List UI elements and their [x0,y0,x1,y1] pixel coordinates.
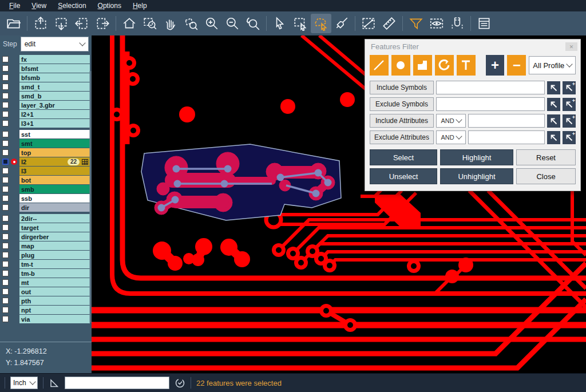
layer-name[interactable]: npt [19,306,90,314]
layer-name[interactable]: tm-t [19,260,90,268]
pick-attribute-button[interactable] [547,114,560,128]
layer-visibility-checkbox[interactable] [2,270,9,276]
layer-name[interactable]: mt [19,278,90,287]
layer-name[interactable]: plug [19,251,90,259]
remove-filter-button[interactable]: − [507,55,526,76]
layer-row-dirgerber[interactable]: dirgerber [1,232,90,241]
tool-pan-left[interactable] [72,14,92,33]
unhighlight-button[interactable]: Unhighlight [440,168,513,184]
layer-row-smb[interactable]: smb [1,185,90,193]
layer-name[interactable]: smb [19,185,90,193]
menu-options[interactable]: Options [92,0,127,11]
tool-layers-panel[interactable] [474,14,494,33]
layer-row-top[interactable]: top [1,148,90,157]
layer-row-plug[interactable]: plug [1,251,90,259]
layer-name[interactable]: via [19,315,90,323]
layer-row-mt[interactable]: mt [1,278,90,287]
layer-name[interactable]: bfsmt [19,64,90,73]
layer-row-layer_3.gbr[interactable]: layer_3.gbr [1,101,90,109]
layer-name[interactable]: ssb [19,194,90,203]
layer-visibility-checkbox[interactable] [2,149,9,156]
select-button[interactable]: Select [370,149,437,165]
highlight-button[interactable]: Highlight [440,149,513,165]
layer-row-via[interactable]: via [1,315,90,323]
layer-visibility-checkbox[interactable] [2,204,9,211]
layer-visibility-checkbox[interactable] [2,252,9,258]
layer-row-target[interactable]: target [1,223,90,232]
filter-arc-button[interactable] [435,55,454,76]
include-attributes-button[interactable]: Include Attributes [370,114,434,128]
include-symbols-input[interactable] [436,81,545,94]
layer-row-out[interactable]: out [1,287,90,296]
menu-file[interactable]: File [3,0,26,11]
layer-row-smd_b[interactable]: smd_b [1,92,90,100]
exclude-attributes-logic-select[interactable]: AND [436,130,466,144]
tool-features-filter[interactable] [406,14,426,33]
layer-row-smt[interactable]: smt [1,139,90,148]
layer-name[interactable]: smd_b [19,92,90,100]
layer-row-l2[interactable]: l222 [1,157,90,166]
tool-pan-down[interactable] [51,14,72,33]
layer-row-dir[interactable]: dir [1,203,90,212]
layer-row-fx[interactable]: fx [1,55,90,64]
layer-visibility-checkbox[interactable] [2,195,9,201]
layer-visibility-checkbox[interactable] [2,84,9,90]
layer-row-sst[interactable]: sst [1,130,90,138]
layer-visibility-checkbox[interactable] [2,120,9,126]
profile-select[interactable]: All Profile [529,56,576,74]
layer-visibility-checkbox[interactable] [2,74,9,81]
layer-visibility-checkbox[interactable] [2,279,9,286]
layer-row-tm-b[interactable]: tm-b [1,269,90,278]
pick-add-attribute-button[interactable]: + [563,131,576,144]
exclude-symbols-button[interactable]: Exclude Symbols [370,97,434,111]
layer-name[interactable]: l3 [19,167,90,175]
exclude-attributes-input[interactable] [468,130,545,144]
tool-measure-ruler[interactable] [379,14,399,33]
filter-text-button[interactable] [457,55,476,76]
layer-name[interactable]: tm-b [19,269,90,278]
pick-symbol-button[interactable] [547,81,560,94]
menu-view[interactable]: View [26,0,52,11]
pick-attribute-button[interactable] [547,131,560,144]
layer-visibility-checkbox[interactable] [2,111,9,117]
tool-snap-magnet[interactable] [447,14,468,33]
layer-active-gutter[interactable] [9,159,19,165]
step-select[interactable]: edit [21,37,89,52]
pick-add-attribute-button[interactable]: + [563,114,576,128]
tool-zoom-previous[interactable] [243,14,263,33]
layer-row-map[interactable]: map [1,241,90,250]
tool-pan-up[interactable] [30,14,51,33]
sync-icon[interactable] [175,378,185,389]
layer-visibility-checkbox[interactable] [2,298,9,304]
tool-home-view[interactable] [119,14,140,33]
filter-line-button[interactable] [370,55,389,76]
layer-name[interactable]: pth [19,296,90,305]
pick-add-symbol-button[interactable]: + [563,81,576,94]
units-select[interactable]: Inch [10,377,38,389]
tool-zoom-out[interactable] [222,14,243,33]
include-attributes-input[interactable] [468,114,545,128]
layer-name[interactable]: layer_3.gbr [19,101,90,109]
layer-name[interactable]: bot [19,176,90,184]
tool-zoom-window[interactable] [140,14,160,33]
tool-pan-right[interactable] [92,14,113,33]
layer-visibility-checkbox[interactable] [2,316,9,322]
include-symbols-button[interactable]: Include Symbols [370,81,434,94]
layer-list-scrollbar[interactable] [89,71,92,323]
layer-name[interactable]: l2+1 [19,110,90,118]
layer-name[interactable]: smd_t [19,82,90,91]
layer-name[interactable]: out [19,287,90,296]
layer-row-pth[interactable]: pth [1,296,90,305]
layer-name[interactable]: map [19,241,90,250]
tool-zoom-in[interactable] [201,14,222,33]
tool-measure-distance[interactable] [358,14,379,33]
layer-row-2dir--[interactable]: 2dir-- [1,214,90,223]
grid-icon[interactable] [82,159,88,165]
tool-open-file[interactable] [3,14,24,33]
layer-row-bot[interactable]: bot [1,176,90,184]
layer-name[interactable]: top [19,148,90,157]
menu-help[interactable]: Help [127,0,153,11]
layer-name[interactable]: fx [19,55,90,64]
layer-row-smd_t[interactable]: smd_t [1,82,90,91]
layer-name[interactable]: l3+1 [19,119,90,128]
